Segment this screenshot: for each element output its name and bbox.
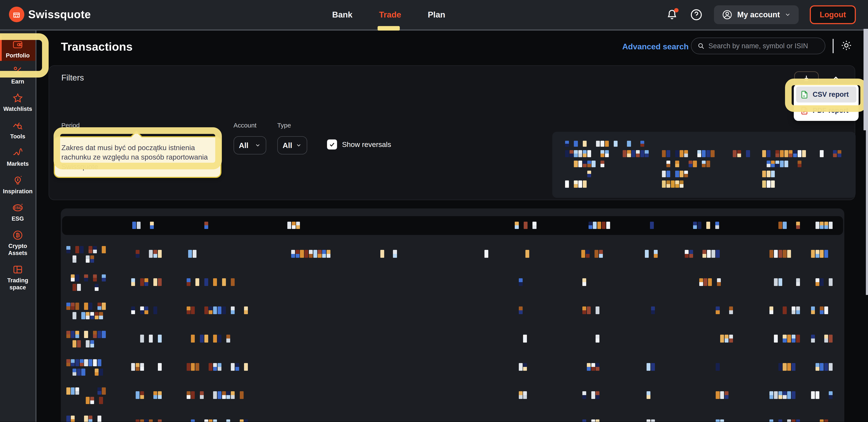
redacted-text <box>519 363 529 371</box>
lightbulb-icon <box>12 174 24 186</box>
logout-button[interactable]: Logout <box>810 5 856 24</box>
help-button[interactable] <box>690 8 703 21</box>
search-icon <box>697 42 705 50</box>
redacted-text <box>662 150 751 158</box>
redacted-text <box>131 363 166 371</box>
show-reversals-checkbox[interactable] <box>327 139 337 149</box>
primary-nav: BankTradePlan <box>332 0 445 29</box>
redacted-text <box>582 278 603 286</box>
sidebar-item-label: Earn <box>11 78 24 85</box>
tooltip-text: Zakres dat musi być od początku istnieni… <box>61 143 214 171</box>
redacted-text <box>582 391 603 399</box>
redacted-text <box>66 416 107 422</box>
redacted-text <box>565 150 658 158</box>
menu-item-csv-report[interactable]: xCSV report <box>796 86 857 103</box>
my-account-label: My account <box>737 10 780 19</box>
redacted-text <box>187 363 252 371</box>
table-row[interactable] <box>61 381 844 409</box>
table-row[interactable] <box>61 240 844 268</box>
redacted-text <box>811 391 836 399</box>
redacted-text <box>582 363 603 371</box>
table-row[interactable] <box>61 409 844 422</box>
period-label: Period <box>61 122 80 129</box>
redacted-text <box>131 391 166 399</box>
settings-gear-button[interactable] <box>840 39 852 52</box>
redacted-text <box>72 369 103 376</box>
my-account-button[interactable]: My account <box>714 5 799 24</box>
esg-icon: ESG <box>12 202 24 214</box>
redacted-text <box>770 419 802 422</box>
sidebar-item-watchlists[interactable]: Watchlists <box>0 88 35 116</box>
table-row[interactable] <box>61 268 844 296</box>
redacted-text <box>716 419 734 422</box>
account-select[interactable]: All <box>234 136 266 154</box>
redacted-text <box>662 180 687 188</box>
type-select[interactable]: All <box>277 136 307 154</box>
redacted-text <box>66 303 107 310</box>
sidebar-item-portfolio[interactable]: Portfolio <box>0 35 35 61</box>
redacted-text <box>519 335 529 342</box>
redacted-text <box>770 335 802 342</box>
svg-text:x: x <box>803 94 805 97</box>
redacted-text <box>811 278 836 286</box>
redacted-text <box>72 340 103 347</box>
redacted-text <box>131 335 166 342</box>
table-row[interactable] <box>61 296 844 324</box>
redacted-text <box>699 278 734 286</box>
redacted-text <box>188 250 197 258</box>
chart-search-icon <box>12 120 24 131</box>
table-row[interactable] <box>61 353 844 381</box>
nav-tab-bank[interactable]: Bank <box>332 10 352 20</box>
sidebar-item-markets[interactable]: Markets <box>0 143 35 171</box>
show-reversals-label: Show reversals <box>342 140 391 149</box>
advanced-search-link[interactable]: Advanced search <box>622 42 689 51</box>
redacted-text <box>565 180 587 188</box>
header-divider <box>833 39 834 53</box>
svg-text:₿: ₿ <box>16 232 20 238</box>
redacted-text <box>187 391 246 399</box>
redacted-text <box>645 250 660 258</box>
table-header-row <box>62 216 843 235</box>
sidebar-item-trading-space[interactable]: Trading space <box>0 260 35 294</box>
redacted-text <box>380 250 384 258</box>
sidebar-item-inspiration[interactable]: Inspiration <box>0 171 35 198</box>
redacted-text <box>716 391 734 399</box>
redacted-text <box>811 250 837 258</box>
sidebar-item-label: Portfolio <box>6 52 30 59</box>
redacted-text <box>647 278 659 286</box>
sidebar: PortfolioEarnWatchlistsToolsMarketsInspi… <box>0 31 36 422</box>
menu-item-pdf-report[interactable]: PDF report <box>796 103 857 118</box>
brand[interactable]: Swissquote <box>9 7 91 22</box>
redacted-text <box>647 306 659 314</box>
redacted-text <box>662 161 711 167</box>
redacted-text <box>187 335 242 342</box>
page-title: Transactions <box>61 40 132 53</box>
collapse-filters-button[interactable] <box>831 74 841 84</box>
sidebar-item-crypto-assets[interactable]: ₿Crypto Assets <box>0 226 35 260</box>
main-content: Transactions Advanced search Filters Per… <box>36 31 868 422</box>
scrollbar-thumb[interactable] <box>864 29 868 130</box>
notifications-button[interactable] <box>665 8 679 21</box>
scrollbar-track[interactable] <box>866 130 868 295</box>
redacted-text <box>66 387 107 395</box>
search-box[interactable] <box>691 37 826 54</box>
redacted-text <box>131 419 166 422</box>
redacted-text <box>758 161 803 167</box>
redacted-text <box>770 306 802 314</box>
sidebar-item-esg[interactable]: ESGESG <box>0 198 35 226</box>
type-select-value: All <box>283 141 292 150</box>
redacted-text <box>584 222 613 229</box>
redacted-text <box>565 171 593 177</box>
redacted-text <box>758 180 780 188</box>
nav-tab-plan[interactable]: Plan <box>428 10 445 20</box>
redacted-text <box>72 312 103 319</box>
table-row[interactable] <box>61 324 844 353</box>
redacted-text <box>485 250 493 258</box>
nav-tab-trade[interactable]: Trade <box>379 10 401 20</box>
redacted-text <box>770 278 802 286</box>
sidebar-item-tools[interactable]: Tools <box>0 116 35 143</box>
search-input[interactable] <box>708 42 819 50</box>
sidebar-item-earn[interactable]: Earn <box>0 61 35 88</box>
redacted-text <box>131 250 166 258</box>
user-icon <box>722 9 733 20</box>
